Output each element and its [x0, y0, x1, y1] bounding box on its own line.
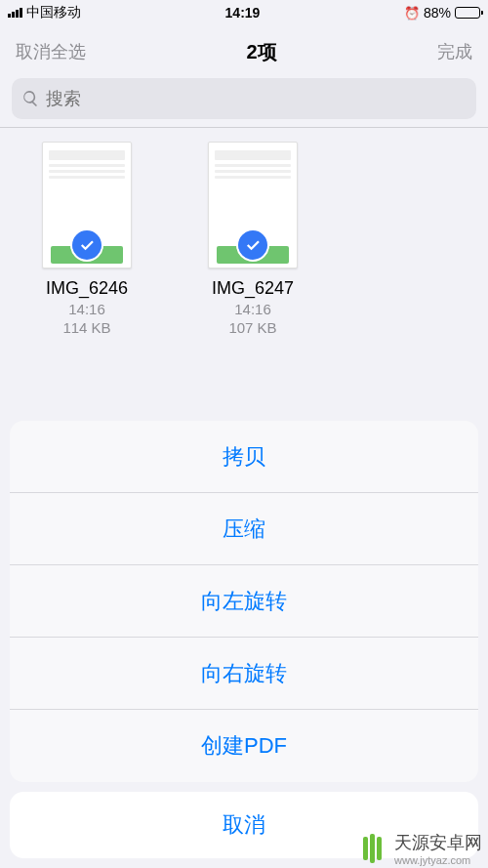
search-input[interactable]: [46, 89, 467, 109]
search-icon: [21, 89, 40, 108]
action-rotate-right[interactable]: 向右旋转: [10, 638, 478, 710]
page-title: 2项: [246, 39, 276, 65]
file-grid: IMG_6246 14:16 114 KB IMG_6247 14:16 107…: [0, 128, 488, 336]
action-sheet: 拷贝 压缩 向左旋转 向右旋转 创建PDF 取消: [10, 421, 478, 858]
file-item[interactable]: IMG_6247 14:16 107 KB: [180, 142, 326, 336]
file-name: IMG_6247: [212, 278, 294, 299]
watermark-logo-icon: [355, 832, 388, 865]
deselect-all-button[interactable]: 取消全选: [16, 40, 86, 63]
selected-check-icon: [70, 228, 103, 262]
action-create-pdf[interactable]: 创建PDF: [10, 710, 478, 782]
search-field[interactable]: [12, 78, 476, 119]
selected-check-icon: [236, 228, 269, 262]
file-thumbnail: [208, 142, 298, 269]
file-time: 14:16: [68, 301, 105, 317]
done-button[interactable]: 完成: [437, 40, 472, 63]
signal-icon: [8, 8, 22, 18]
status-time: 14:19: [81, 5, 404, 21]
battery-percent: 88%: [424, 5, 451, 21]
action-compress[interactable]: 压缩: [10, 493, 478, 565]
alarm-icon: ⏰: [404, 6, 420, 21]
watermark: 天源安卓网 www.jytyaz.com: [355, 831, 482, 866]
file-size: 107 KB: [228, 319, 276, 336]
file-thumbnail: [42, 142, 132, 269]
file-size: 114 KB: [62, 319, 110, 336]
file-item[interactable]: IMG_6246 14:16 114 KB: [14, 142, 160, 336]
watermark-url: www.jytyaz.com: [394, 854, 482, 866]
file-time: 14:16: [234, 301, 271, 317]
battery-icon: [455, 7, 480, 19]
action-rotate-left[interactable]: 向左旋转: [10, 565, 478, 638]
carrier-label: 中国移动: [26, 4, 81, 21]
status-bar: 中国移动 14:19 ⏰ 88%: [0, 0, 488, 25]
nav-bar: 取消全选 2项 完成: [0, 25, 488, 78]
file-name: IMG_6246: [46, 278, 128, 299]
action-copy[interactable]: 拷贝: [10, 421, 478, 493]
watermark-title: 天源安卓网: [394, 831, 482, 854]
